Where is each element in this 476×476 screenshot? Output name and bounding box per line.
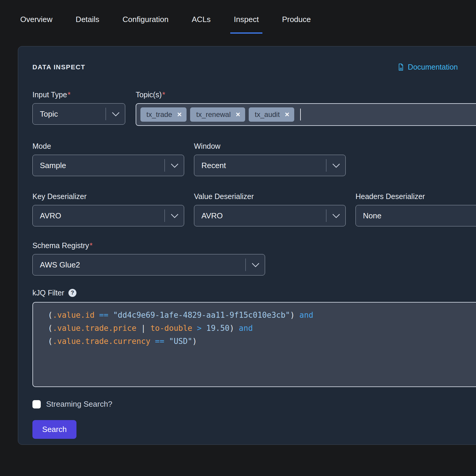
chevron-down-icon <box>332 211 340 218</box>
window-label: Window <box>194 142 220 151</box>
value-deserializer-label: Value Deserializer <box>194 192 254 201</box>
select-divider <box>326 209 326 222</box>
kjq-code-line: (.value.trade.price | to-double > 19.50)… <box>48 322 476 335</box>
topics-label: Topic(s) <box>136 90 162 99</box>
select-divider <box>165 159 165 172</box>
tab-details[interactable]: Details <box>72 15 103 34</box>
tab-bar: Overview Details Configuration ACLs Insp… <box>0 0 476 34</box>
remove-chip-icon[interactable]: ✕ <box>177 112 182 118</box>
schema-registry-select[interactable]: AWS Glue2 <box>32 254 265 275</box>
tab-label: Configuration <box>123 15 169 24</box>
input-type-value: Topic <box>40 109 106 119</box>
headers-deserializer-field: Headers Deserializer None <box>356 192 476 226</box>
kjq-code-line: (.value.id == "dd4c9e69-1afe-4829-aa11-9… <box>48 309 476 322</box>
select-divider <box>245 259 246 271</box>
kjq-filter-label: kJQ Filter <box>32 289 64 297</box>
schema-registry-field: Schema Registry * AWS Glue2 <box>32 241 265 275</box>
select-divider <box>165 209 165 222</box>
text-caret <box>300 109 301 120</box>
key-deserializer-field: Key Deserializer AVRO <box>32 192 184 226</box>
value-deserializer-select[interactable]: AVRO <box>194 205 346 226</box>
topic-chip: tx_trade ✕ <box>140 107 187 122</box>
panel-header: DATA INSPECT Documentation <box>32 63 458 71</box>
select-divider <box>326 159 326 172</box>
input-type-label: Input Type <box>32 90 67 99</box>
row-mode-window: Mode Sample Window Recent <box>32 142 458 176</box>
schema-registry-value: AWS Glue2 <box>40 260 245 270</box>
tab-configuration[interactable]: Configuration <box>119 15 172 34</box>
kjq-filter-section: kJQ Filter ? (.value.id == "dd4c9e69-1af… <box>32 289 458 387</box>
tab-label: Inspect <box>234 15 259 24</box>
required-asterisk: * <box>162 90 165 99</box>
topic-chip-label: tx_trade <box>146 110 172 119</box>
mode-field: Mode Sample <box>32 142 184 176</box>
topics-field: Topic(s) * tx_trade ✕ tx_renewal ✕ tx_au… <box>136 90 476 126</box>
tab-label: Overview <box>20 15 52 24</box>
panel-title: DATA INSPECT <box>32 63 85 71</box>
tab-label: ACLs <box>192 15 211 24</box>
chevron-down-icon <box>332 160 340 168</box>
row-input-type-topics: Input Type * Topic Topic(s) * tx_trade ✕ <box>32 90 458 126</box>
tab-overview[interactable]: Overview <box>17 15 56 34</box>
select-divider <box>106 108 106 120</box>
kjq-code-line: (.value.trade.currency == "USD") <box>48 335 476 348</box>
documentation-link[interactable]: Documentation <box>397 63 458 71</box>
headers-deserializer-select[interactable]: None <box>356 205 476 226</box>
remove-chip-icon[interactable]: ✕ <box>284 112 289 118</box>
streaming-search-label: Streaming Search? <box>46 400 112 409</box>
key-deserializer-label: Key Deserializer <box>32 192 87 201</box>
required-asterisk: * <box>68 90 71 99</box>
tab-label: Details <box>76 15 99 24</box>
input-type-select[interactable]: Topic <box>32 103 125 125</box>
topic-chip-label: tx_audit <box>255 110 280 119</box>
tab-inspect[interactable]: Inspect <box>230 15 262 34</box>
document-icon <box>397 63 405 71</box>
mode-select[interactable]: Sample <box>32 155 184 176</box>
key-deserializer-value: AVRO <box>40 211 165 220</box>
chevron-down-icon <box>112 109 119 116</box>
window-field: Window Recent <box>194 142 346 176</box>
required-asterisk: * <box>90 241 93 250</box>
window-select[interactable]: Recent <box>194 155 346 176</box>
schema-registry-label: Schema Registry <box>32 241 89 250</box>
mode-value: Sample <box>40 161 165 170</box>
key-deserializer-select[interactable]: AVRO <box>32 205 184 226</box>
streaming-search-checkbox[interactable]: Streaming Search? <box>32 400 458 409</box>
row-deserializers: Key Deserializer AVRO Value Deserializer… <box>32 192 458 226</box>
value-deserializer-field: Value Deserializer AVRO <box>194 192 346 226</box>
headers-deserializer-label: Headers Deserializer <box>356 192 425 201</box>
window-value: Recent <box>201 161 326 170</box>
search-button[interactable]: Search <box>32 420 76 439</box>
row-schema-registry: Schema Registry * AWS Glue2 <box>32 241 458 275</box>
chevron-down-icon <box>171 160 178 168</box>
topic-chip: tx_audit ✕ <box>249 107 294 122</box>
topic-chip-label: tx_renewal <box>196 110 231 119</box>
topics-input[interactable]: tx_trade ✕ tx_renewal ✕ tx_audit ✕ <box>136 103 476 126</box>
documentation-label: Documentation <box>408 63 458 71</box>
checkbox-unchecked-icon[interactable] <box>32 400 41 408</box>
headers-deserializer-value: None <box>363 211 476 220</box>
data-inspect-panel: DATA INSPECT Documentation Input Type * … <box>18 46 476 445</box>
topic-chip: tx_renewal ✕ <box>190 107 245 122</box>
remove-chip-icon[interactable]: ✕ <box>236 112 241 118</box>
tab-produce[interactable]: Produce <box>278 15 314 34</box>
input-type-field: Input Type * Topic <box>32 90 125 126</box>
kjq-filter-editor[interactable]: (.value.id == "dd4c9e69-1afe-4829-aa11-9… <box>32 302 476 387</box>
tab-acls[interactable]: ACLs <box>188 15 214 34</box>
help-icon[interactable]: ? <box>68 289 76 297</box>
value-deserializer-value: AVRO <box>201 211 326 220</box>
mode-label: Mode <box>32 142 51 151</box>
chevron-down-icon <box>171 211 178 218</box>
tab-label: Produce <box>282 15 311 24</box>
chevron-down-icon <box>252 260 259 267</box>
